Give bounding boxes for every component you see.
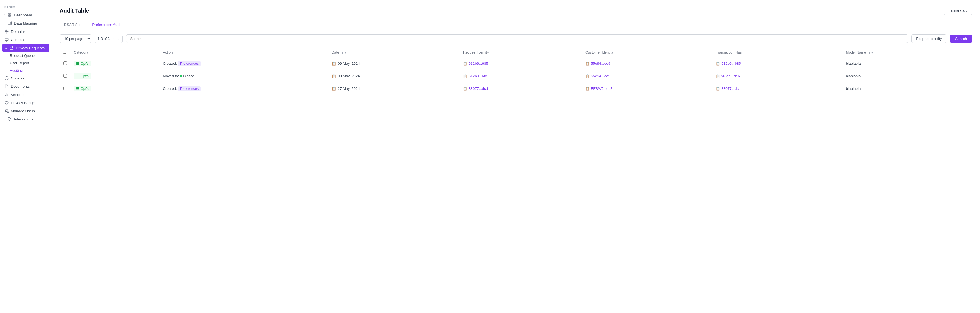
svg-marker-4 (8, 22, 11, 25)
copy-icon: 📋 (463, 87, 467, 91)
svg-rect-9 (5, 38, 8, 40)
date-sort-icon: ▲▼ (341, 51, 347, 54)
row-transaction-hash: 📋 612b9...685 (713, 57, 842, 70)
row-request-identity: 📋 612b9...685 (460, 57, 582, 70)
table-row: ☰ Opt's Created: Preferences 📋 27 May, 2… (60, 82, 972, 95)
grid-icon (7, 13, 12, 17)
sidebar-item-label: Documents (11, 84, 30, 89)
sidebar-item-cookies[interactable]: Cookies (0, 74, 52, 82)
globe-icon (5, 29, 9, 33)
select-all-col (60, 47, 70, 57)
search-input[interactable] (126, 35, 908, 43)
sidebar-item-manage-users[interactable]: Manage Users (0, 107, 52, 115)
next-page-button[interactable]: › (116, 36, 120, 41)
row-transaction-hash: 📋 33077...dcd (713, 82, 842, 95)
pagination-info: 1-3 of 3 (98, 36, 110, 41)
row-action: Moved to: Closed (159, 70, 328, 82)
sidebar-item-label: Data Mapping (14, 21, 37, 25)
calendar-icon: 📋 (332, 87, 336, 91)
chart-icon (5, 92, 9, 97)
sidebar-sub-item-request-queue[interactable]: Request Queue (0, 52, 52, 59)
row-category: ☰ Opt's (70, 70, 159, 82)
svg-point-17 (5, 109, 7, 111)
col-date[interactable]: Date ▲▼ (328, 47, 460, 57)
sidebar-item-documents[interactable]: Documents (0, 82, 52, 90)
row-checkbox-cell (60, 82, 70, 95)
col-request-identity: Request Identity (460, 47, 582, 57)
search-button[interactable]: Search (950, 35, 972, 43)
row-checkbox[interactable] (64, 74, 67, 77)
copy-icon: 📋 (716, 87, 720, 91)
puzzle-icon (7, 117, 12, 121)
sidebar-item-vendors[interactable]: Vendors (0, 90, 52, 99)
category-badge: ☰ Opt's (74, 61, 91, 66)
chevron-down-icon: ⌄ (5, 46, 7, 49)
row-model-name: blablabla (843, 70, 972, 82)
model-name-sort-icon: ▲▼ (868, 51, 873, 54)
row-date: 📋 27 May, 2024 (328, 82, 460, 95)
row-checkbox[interactable] (64, 87, 67, 90)
request-identity-button[interactable]: Request Identity (912, 35, 947, 43)
copy-icon: 📋 (585, 62, 590, 66)
col-category: Category (70, 47, 159, 57)
row-checkbox[interactable] (64, 62, 67, 65)
table-toolbar: 10 per page 1-3 of 3 ‹ › Request Identit… (60, 35, 972, 43)
row-transaction-hash: 📋 f46ae...de6 (713, 70, 842, 82)
map-icon (7, 21, 12, 25)
copy-icon: 📋 (585, 87, 590, 91)
sidebar-sub-item-user-report[interactable]: User Report (0, 59, 52, 66)
pagination-control: 1-3 of 3 ‹ › (95, 35, 123, 43)
sidebar-item-consent[interactable]: Consent (0, 35, 52, 44)
row-date: 📋 09 May, 2024 (328, 57, 460, 70)
sidebar-item-dashboard[interactable]: › Dashboard (0, 11, 52, 19)
cookie-icon (5, 76, 9, 80)
sidebar-item-label: Cookies (11, 76, 24, 80)
row-action: Created: Preferences (159, 82, 328, 95)
sidebar-item-integrations[interactable]: › Integrations (0, 115, 52, 123)
sidebar-item-label: Manage Users (11, 109, 35, 113)
per-page-select[interactable]: 10 per page (60, 35, 91, 43)
sidebar: Pages › Dashboard › Data Mapping Domains… (0, 0, 52, 313)
category-badge: ☰ Opt's (74, 86, 91, 92)
sidebar-item-label: Vendors (11, 93, 25, 97)
sub-item-label: User Report (10, 61, 29, 65)
row-customer-identity: 📋 55e94...ee9 (582, 70, 713, 82)
calendar-icon: 📋 (332, 74, 336, 78)
opt-icon: ☰ (76, 62, 79, 66)
col-model-name[interactable]: Model Name ▲▼ (843, 47, 972, 57)
svg-rect-12 (10, 47, 13, 49)
sidebar-item-data-mapping[interactable]: › Data Mapping (0, 19, 52, 27)
opt-icon: ☰ (76, 74, 79, 78)
sidebar-item-domains[interactable]: Domains (0, 27, 52, 35)
row-checkbox-cell (60, 57, 70, 70)
sidebar-item-label: Domains (11, 30, 25, 33)
copy-icon: 📋 (585, 74, 590, 78)
copy-icon: 📋 (463, 74, 467, 78)
col-customer-identity: Customer Identity (582, 47, 713, 57)
sub-item-label: Request Queue (10, 54, 35, 58)
prev-page-button[interactable]: ‹ (111, 36, 115, 41)
chevron-right-icon: › (5, 118, 5, 121)
export-csv-button[interactable]: Export CSV (943, 6, 972, 15)
sidebar-sub-item-auditing[interactable]: Auditing (0, 66, 52, 74)
copy-icon: 📋 (716, 74, 720, 78)
page-title: Audit Table (60, 8, 89, 14)
sidebar-item-privacy-badge[interactable]: Privacy Badge (0, 99, 52, 107)
select-all-checkbox[interactable] (63, 50, 67, 54)
row-date: 📋 09 May, 2024 (328, 70, 460, 82)
row-model-name: blablabla (843, 57, 972, 70)
table-row: ☰ Opt's Moved to: Closed 📋 09 May, 2024 … (60, 70, 972, 82)
row-checkbox-cell (60, 70, 70, 82)
tab-preferences-audit[interactable]: Preferences Audit (88, 21, 126, 30)
svg-rect-2 (8, 15, 9, 16)
sidebar-item-privacy-requests[interactable]: ⌄ Privacy Requests (2, 44, 49, 52)
closed-status-dot (180, 75, 182, 77)
chevron-right-icon: › (5, 22, 5, 25)
sidebar-item-label: Privacy Badge (11, 101, 35, 105)
preferences-tag: Preferences (178, 86, 201, 91)
col-transaction-hash: Transaction Hash (713, 47, 842, 57)
tab-dsar-audit[interactable]: DSAR Audit (60, 21, 88, 30)
table-row: ☰ Opt's Created: Preferences 📋 09 May, 2… (60, 57, 972, 70)
sidebar-item-label: Consent (11, 38, 25, 42)
row-category: ☰ Opt's (70, 82, 159, 95)
